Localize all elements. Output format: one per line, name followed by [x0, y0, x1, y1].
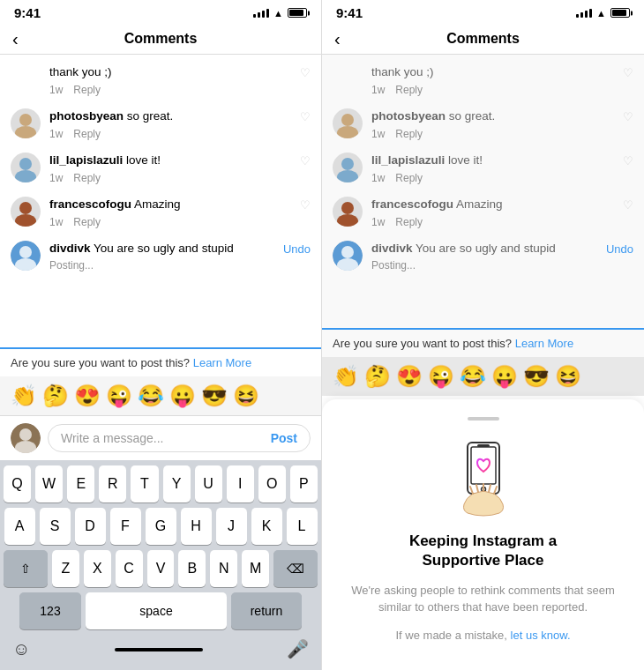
undo-button[interactable]: Undo: [606, 242, 633, 256]
key-a[interactable]: A: [4, 508, 35, 545]
reply-button[interactable]: Reply: [73, 216, 101, 228]
key-q[interactable]: Q: [4, 465, 31, 502]
key-m[interactable]: M: [242, 550, 269, 587]
right-comment-item: lil_lapislazuli love it! 1w Reply ♡: [322, 146, 644, 190]
emoji-think[interactable]: 🤔: [364, 364, 391, 389]
reply-button[interactable]: Reply: [395, 128, 423, 140]
battery-icon: [288, 8, 307, 18]
like-icon[interactable]: ♡: [623, 198, 633, 212]
comment-username: francescofogu: [371, 197, 453, 211]
wifi-icon: ▲: [273, 8, 283, 19]
key-shift[interactable]: ⇧: [4, 550, 48, 587]
key-d[interactable]: D: [75, 508, 106, 545]
let-us-know-link[interactable]: let us know.: [511, 629, 571, 642]
key-z[interactable]: Z: [52, 550, 79, 587]
key-k[interactable]: K: [251, 508, 282, 545]
key-v[interactable]: V: [147, 550, 175, 587]
key-f[interactable]: F: [110, 508, 141, 545]
avatar: [333, 241, 363, 271]
key-space[interactable]: space: [86, 592, 227, 629]
key-123[interactable]: 123: [19, 592, 81, 629]
svg-point-20: [341, 246, 354, 258]
key-r[interactable]: R: [99, 465, 126, 502]
emoji-cool[interactable]: 😎: [201, 383, 228, 408]
key-j[interactable]: J: [216, 508, 247, 545]
emoji-wink[interactable]: 😜: [106, 383, 132, 408]
emoji-tongue[interactable]: 😛: [169, 383, 196, 408]
key-l[interactable]: L: [287, 508, 318, 545]
key-g[interactable]: G: [146, 508, 176, 545]
scroll-handle: [468, 417, 499, 421]
emoji-think[interactable]: 🤔: [42, 383, 69, 408]
right-learn-more-link[interactable]: Learn More: [515, 337, 573, 350]
svg-line-30: [494, 487, 497, 494]
warning-bar: Are you sure you want to post this? Lear…: [0, 347, 321, 376]
key-delete[interactable]: ⌫: [273, 550, 318, 587]
emoji-clap[interactable]: 👏: [333, 364, 359, 389]
message-input[interactable]: Write a message...: [61, 431, 163, 445]
key-s[interactable]: S: [40, 508, 71, 545]
svg-point-13: [341, 114, 354, 126]
like-icon[interactable]: ♡: [623, 110, 633, 123]
key-o[interactable]: O: [258, 465, 286, 502]
reply-button[interactable]: Reply: [395, 216, 423, 228]
reply-button[interactable]: Reply: [73, 172, 101, 184]
avatar: [333, 153, 363, 182]
reply-button[interactable]: Reply: [73, 128, 101, 140]
emoji-grin[interactable]: 😆: [233, 383, 259, 408]
heart-icon[interactable]: ♡: [623, 66, 633, 79]
right-back-button[interactable]: ‹: [334, 30, 341, 48]
key-x[interactable]: X: [84, 550, 111, 587]
undo-button[interactable]: Undo: [283, 242, 311, 256]
partial-reply[interactable]: Reply: [73, 84, 101, 96]
keyboard-row-4: 123 space return: [4, 592, 318, 629]
key-w[interactable]: W: [35, 465, 63, 502]
right-time: 9:41: [336, 5, 363, 20]
posting-status: Posting...: [49, 259, 94, 272]
reply-button[interactable]: Reply: [395, 172, 423, 184]
comment-text-flagged: divdivk You are so ugly and stupid: [49, 241, 274, 257]
emoji-grin[interactable]: 😆: [555, 364, 581, 389]
like-icon[interactable]: ♡: [300, 110, 311, 123]
post-button[interactable]: Post: [271, 431, 297, 445]
avatar: [11, 153, 41, 182]
emoji-cool[interactable]: 😎: [523, 364, 550, 389]
comment-meta: 1w Reply: [49, 216, 291, 228]
signal-icon: [253, 9, 269, 18]
emoji-laugh[interactable]: 😂: [460, 364, 486, 389]
key-h[interactable]: H: [181, 508, 212, 545]
key-e[interactable]: E: [67, 465, 94, 502]
emoji-wink[interactable]: 😜: [428, 364, 454, 389]
key-u[interactable]: U: [195, 465, 222, 502]
key-p[interactable]: P: [290, 465, 318, 502]
left-back-button[interactable]: ‹: [12, 30, 19, 48]
avatar: [333, 197, 363, 227]
left-panel: 9:41 ▲ ‹ Comments thank you ;) 1w Reply: [0, 0, 322, 670]
key-t[interactable]: T: [131, 465, 158, 502]
key-i[interactable]: I: [227, 465, 254, 502]
like-icon[interactable]: ♡: [623, 154, 633, 168]
key-b[interactable]: B: [178, 550, 206, 587]
emoji-laugh[interactable]: 😂: [138, 383, 164, 408]
svg-point-1: [15, 126, 36, 138]
comment-text: francescofogu Amazing: [49, 197, 291, 213]
learn-more-link[interactable]: Learn More: [193, 356, 251, 369]
comment-username: divdivk: [371, 242, 413, 255]
right-status-bar: 9:41 ▲: [322, 0, 644, 24]
like-icon[interactable]: ♡: [300, 198, 311, 212]
microphone-icon[interactable]: 🎤: [287, 638, 309, 659]
right-emoji-row: 👏 🤔 😍 😜 😂 😛 😎 😆: [322, 357, 644, 396]
emoji-clap[interactable]: 👏: [11, 383, 37, 408]
heart-icon[interactable]: ♡: [300, 66, 311, 79]
key-n[interactable]: N: [210, 550, 237, 587]
emoji-heart-eyes[interactable]: 😍: [396, 364, 423, 389]
svg-line-26: [470, 487, 473, 494]
key-c[interactable]: C: [116, 550, 143, 587]
key-return[interactable]: return: [231, 592, 302, 629]
emoji-keyboard-icon[interactable]: ☺: [12, 639, 30, 659]
emoji-heart-eyes[interactable]: 😍: [74, 383, 101, 408]
like-icon[interactable]: ♡: [300, 154, 311, 168]
partial-reply[interactable]: Reply: [395, 84, 423, 96]
key-y[interactable]: Y: [163, 465, 191, 502]
emoji-tongue[interactable]: 😛: [491, 364, 518, 389]
